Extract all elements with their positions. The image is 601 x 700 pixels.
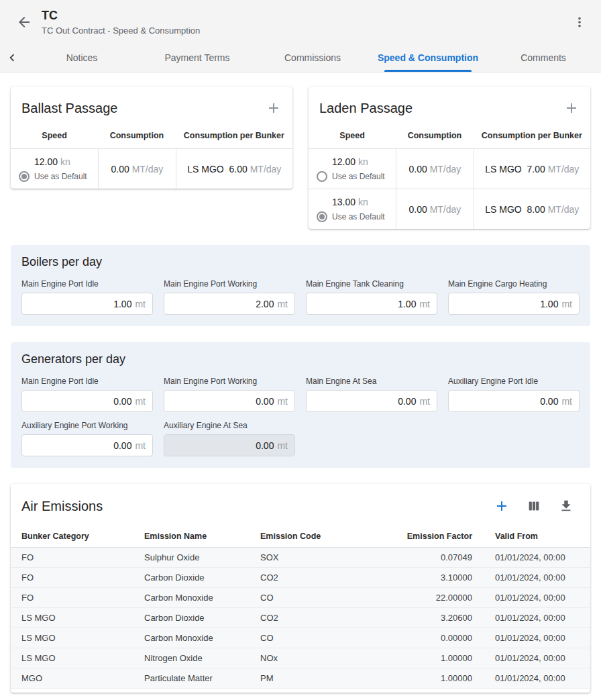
speed-cell[interactable]: 13.00 kn Use as Default xyxy=(309,189,396,229)
consumption-cell[interactable]: 0.00 MT/day xyxy=(396,149,474,189)
field-label: Main Engine At Sea xyxy=(306,377,437,386)
boilers-main-engine-port-working-input[interactable]: 2.00mt xyxy=(164,293,295,315)
emission-code-cell: PM xyxy=(260,673,381,683)
chevron-left-icon xyxy=(5,50,19,65)
main-content: Ballast Passage Speed Consumption Consum… xyxy=(0,72,601,700)
use-as-default-radio[interactable] xyxy=(19,171,30,182)
bunker-category-cell: LS MGO xyxy=(21,633,144,643)
consumption-cell[interactable]: 0.00 MT/day xyxy=(98,149,176,189)
speed-cell[interactable]: 12.00 kn Use as Default xyxy=(11,149,98,189)
air-emissions-header: Air Emissions xyxy=(11,484,590,525)
table-row[interactable]: LS MGO Carbon Monoxide CO 0.00000 01/01/… xyxy=(11,628,590,648)
back-button[interactable] xyxy=(13,11,35,33)
emission-factor-cell: 3.20600 xyxy=(381,613,482,623)
generators-main-engine-port-working-input[interactable]: 0.00mt xyxy=(164,390,295,412)
column-header-emission-factor: Emission Factor xyxy=(381,532,482,541)
emission-name-cell: Carbon Dioxide xyxy=(144,572,260,583)
table-header-row: Bunker Category Emission Name Emission C… xyxy=(11,525,590,548)
kebab-menu-button[interactable] xyxy=(569,11,590,33)
field-label: Auxiliary Engine Port Idle xyxy=(448,377,580,386)
add-emission-button[interactable] xyxy=(491,495,512,517)
boilers-main-engine-tank-cleaning-input[interactable]: 1.00mt xyxy=(306,293,437,315)
plus-icon xyxy=(266,100,282,116)
boilers-main-engine-cargo-heating-input[interactable]: 1.00mt xyxy=(448,293,580,315)
consumption-cell[interactable]: 0.00 MT/day xyxy=(396,189,474,229)
bunker-consumption-cell[interactable]: LS MGO 8.00 MT/day xyxy=(474,189,590,229)
air-emissions-actions xyxy=(491,495,577,517)
emission-code-cell: SOX xyxy=(260,552,381,562)
use-as-default-label: Use as Default xyxy=(332,212,385,221)
tab-commissions[interactable]: Commissions xyxy=(255,43,370,72)
emission-factor-cell: 22.00000 xyxy=(381,593,482,603)
field-label: Auxiliary Engine Port Working xyxy=(21,421,153,430)
add-ballast-passage-button[interactable] xyxy=(263,97,284,119)
tab-payment-terms[interactable]: Payment Terms xyxy=(140,43,255,72)
emission-factor-cell: 1.00000 xyxy=(381,673,482,683)
speed-cell[interactable]: 12.00 kn Use as Default xyxy=(309,149,396,189)
column-header-valid-from: Valid From xyxy=(482,532,580,541)
valid-from-cell: 01/01/2024, 00:00 xyxy=(482,552,580,562)
air-emissions-title: Air Emissions xyxy=(21,499,103,514)
tab-notices[interactable]: Notices xyxy=(24,43,140,72)
bunker-consumption-cell[interactable]: LS MGO 6.00 MT/day xyxy=(176,149,292,189)
tab-bar: Notices Payment Terms Commissions Speed … xyxy=(0,43,601,72)
tab-scroll-left-button[interactable] xyxy=(0,43,24,72)
field-boilers-main-engine-port-idle: Main Engine Port Idle 1.00mt xyxy=(21,279,153,315)
add-laden-passage-button[interactable] xyxy=(561,97,582,119)
table-row[interactable]: LS MGO Carbon Dioxide CO2 3.20600 01/01/… xyxy=(11,608,590,628)
bunker-category-cell: FO xyxy=(21,593,144,603)
generators-main-engine-at-sea-input[interactable]: 0.00mt xyxy=(306,390,437,412)
valid-from-cell: 01/01/2024, 00:00 xyxy=(482,653,580,663)
column-header-bunker-category: Bunker Category xyxy=(21,532,144,541)
field-boilers-main-engine-cargo-heating: Main Engine Cargo Heating 1.00mt xyxy=(448,279,580,315)
emission-name-cell: Carbon Monoxide xyxy=(144,633,260,643)
emission-code-cell: CO2 xyxy=(260,613,381,623)
emission-factor-cell: 1.00000 xyxy=(381,653,482,663)
valid-from-cell: 01/01/2024, 00:00 xyxy=(482,673,580,683)
field-label: Main Engine Port Idle xyxy=(21,279,153,289)
field-label: Auxiliary Engine At Sea xyxy=(164,421,295,430)
columns-icon xyxy=(527,499,541,513)
table-row[interactable]: LS MGO Nitrogen Oxide NOx 1.00000 01/01/… xyxy=(11,648,590,668)
tab-label: Notices xyxy=(66,52,98,63)
column-header-emission-code: Emission Code xyxy=(260,532,381,541)
download-icon xyxy=(559,499,573,513)
table-row[interactable]: MGO Particulate Matter PM 1.00000 01/01/… xyxy=(11,668,590,689)
use-as-default-label: Use as Default xyxy=(34,172,87,181)
ballast-passage-card: Ballast Passage Speed Consumption Consum… xyxy=(11,87,292,189)
bunker-category-cell: LS MGO xyxy=(21,613,144,623)
column-header-speed: Speed xyxy=(11,124,98,148)
speed-value: 12.00 kn xyxy=(34,156,70,167)
generators-main-engine-port-idle-input[interactable]: 0.00mt xyxy=(21,390,153,412)
air-emissions-card: Air Emissions Bunker Category Emission N… xyxy=(11,484,590,693)
emission-code-cell: NOx xyxy=(260,653,381,663)
column-settings-button[interactable] xyxy=(523,495,545,517)
use-as-default-radio[interactable] xyxy=(317,171,327,182)
laden-passage-header: Laden Passage xyxy=(309,87,590,121)
field-generators-auxiliary-engine-port-idle: Auxiliary Engine Port Idle 0.00mt xyxy=(448,377,580,412)
table-row[interactable]: FO Sulphur Oxide SOX 0.07049 01/01/2024,… xyxy=(11,548,590,568)
generators-auxiliary-engine-at-sea-input: 0.00mt xyxy=(164,434,295,456)
app-header: TC TC Out Contract - Speed & Consumption… xyxy=(0,0,601,72)
field-generators-main-engine-at-sea: Main Engine At Sea 0.00mt xyxy=(306,377,437,412)
table-row[interactable]: FO Carbon Dioxide CO2 3.10000 01/01/2024… xyxy=(11,568,590,588)
emission-code-cell: CO2 xyxy=(260,572,381,583)
tab-speed-consumption[interactable]: Speed & Consumption xyxy=(370,43,486,72)
table-row[interactable]: FO Carbon Monoxide CO 22.00000 01/01/202… xyxy=(11,588,590,608)
field-generators-main-engine-port-idle: Main Engine Port Idle 0.00mt xyxy=(21,377,153,412)
generators-section: Generators per day Main Engine Port Idle… xyxy=(11,342,590,468)
download-button[interactable] xyxy=(555,495,577,517)
tab-label: Commissions xyxy=(284,52,341,63)
tab-comments[interactable]: Comments xyxy=(486,43,601,72)
emission-code-cell: CO xyxy=(260,633,381,643)
bunker-category-cell: MGO xyxy=(21,673,144,683)
generators-auxiliary-engine-port-working-input[interactable]: 0.00mt xyxy=(21,434,153,456)
field-generators-auxiliary-engine-port-working: Auxiliary Engine Port Working 0.00mt xyxy=(21,421,153,456)
generators-title: Generators per day xyxy=(21,352,580,366)
generators-auxiliary-engine-port-idle-input[interactable]: 0.00mt xyxy=(448,390,580,412)
field-label: Main Engine Port Working xyxy=(164,377,295,386)
use-as-default-radio[interactable] xyxy=(317,211,327,222)
table-row: 12.00 kn Use as Default 0.00 MT/day LS M… xyxy=(309,148,590,189)
bunker-consumption-cell[interactable]: LS MGO 7.00 MT/day xyxy=(474,149,590,189)
boilers-main-engine-port-idle-input[interactable]: 1.00mt xyxy=(21,293,153,315)
